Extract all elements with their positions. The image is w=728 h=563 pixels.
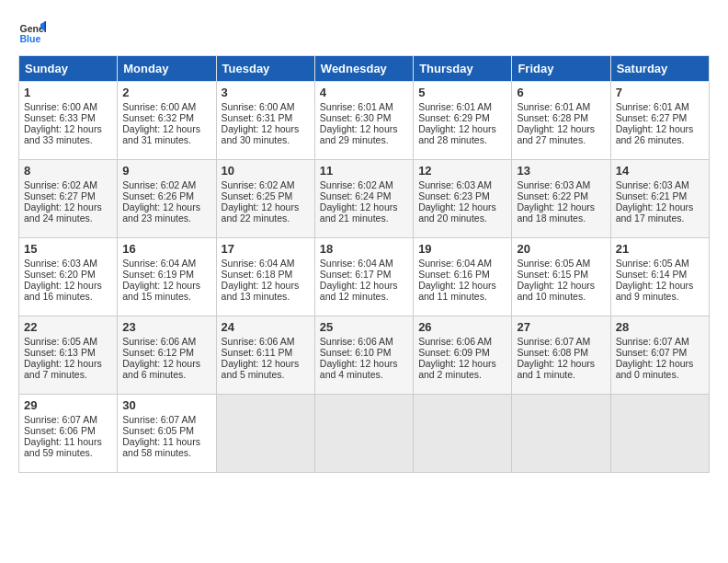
daylight-label: Daylight: 12 hours and 5 minutes. [222, 358, 300, 380]
sunrise: Sunrise: 6:02 AM [320, 179, 393, 190]
sunset: Sunset: 6:26 PM [122, 190, 194, 201]
sunrise: Sunrise: 6:06 AM [418, 336, 492, 347]
day-cell: 30Sunrise: 6:07 AMSunset: 6:05 PMDayligh… [118, 395, 216, 473]
day-cell: 16Sunrise: 6:04 AMSunset: 6:19 PMDayligh… [118, 238, 216, 316]
calendar-header-row: SundayMondayTuesdayWednesdayThursdayFrid… [19, 56, 710, 82]
sunset: Sunset: 6:25 PM [222, 190, 293, 201]
day-cell [512, 395, 610, 473]
day-cell: 15Sunrise: 6:03 AMSunset: 6:20 PMDayligh… [19, 238, 118, 316]
daylight-label: Daylight: 11 hours and 58 minutes. [122, 436, 200, 458]
day-number: 14 [616, 164, 704, 178]
sunset: Sunset: 6:27 PM [616, 112, 688, 123]
day-number: 26 [418, 320, 506, 334]
sunset: Sunset: 6:18 PM [222, 269, 293, 280]
col-header-tuesday: Tuesday [216, 56, 314, 82]
daylight-label: Daylight: 12 hours and 31 minutes. [122, 123, 200, 145]
page-header: General Blue [18, 18, 710, 46]
daylight-label: Daylight: 12 hours and 10 minutes. [517, 280, 595, 302]
day-cell: 7Sunrise: 6:01 AMSunset: 6:27 PMDaylight… [610, 82, 709, 160]
day-number: 16 [122, 242, 210, 256]
logo: General Blue [18, 18, 46, 46]
sunset: Sunset: 6:16 PM [418, 269, 490, 280]
sunset: Sunset: 6:12 PM [122, 347, 194, 358]
day-cell: 14Sunrise: 6:03 AMSunset: 6:21 PMDayligh… [610, 160, 709, 238]
day-cell [216, 395, 314, 473]
day-cell: 4Sunrise: 6:01 AMSunset: 6:30 PMDaylight… [314, 82, 413, 160]
sunrise: Sunrise: 6:00 AM [122, 101, 196, 112]
sunset: Sunset: 6:27 PM [24, 190, 96, 201]
sunset: Sunset: 6:28 PM [517, 112, 588, 123]
day-number: 7 [616, 86, 704, 99]
daylight-label: Daylight: 12 hours and 20 minutes. [418, 201, 496, 224]
day-number: 11 [320, 164, 408, 178]
day-cell: 1Sunrise: 6:00 AMSunset: 6:33 PMDaylight… [19, 82, 118, 160]
sunset: Sunset: 6:14 PM [616, 269, 688, 280]
daylight-label: Daylight: 12 hours and 7 minutes. [24, 358, 102, 380]
sunrise: Sunrise: 6:07 AM [24, 414, 97, 425]
sunrise: Sunrise: 6:07 AM [517, 336, 590, 347]
day-cell: 20Sunrise: 6:05 AMSunset: 6:15 PMDayligh… [512, 238, 610, 316]
sunrise: Sunrise: 6:00 AM [222, 101, 295, 112]
sunset: Sunset: 6:21 PM [616, 190, 688, 201]
week-row-3: 8Sunrise: 6:02 AMSunset: 6:27 PMDaylight… [19, 160, 710, 238]
day-number: 4 [320, 86, 408, 99]
sunset: Sunset: 6:22 PM [517, 190, 588, 201]
day-cell: 2Sunrise: 6:00 AMSunset: 6:32 PMDaylight… [118, 82, 216, 160]
day-number: 19 [418, 242, 506, 256]
sunset: Sunset: 6:11 PM [222, 347, 293, 358]
sunrise: Sunrise: 6:01 AM [616, 101, 689, 112]
daylight-label: Daylight: 12 hours and 1 minute. [517, 358, 595, 380]
sunset: Sunset: 6:31 PM [222, 112, 293, 123]
day-cell: 25Sunrise: 6:06 AMSunset: 6:10 PMDayligh… [314, 316, 413, 395]
daylight-label: Daylight: 12 hours and 18 minutes. [517, 201, 595, 224]
sunset: Sunset: 6:05 PM [122, 425, 194, 436]
day-cell: 8Sunrise: 6:02 AMSunset: 6:27 PMDaylight… [19, 160, 118, 238]
day-number: 25 [320, 320, 408, 334]
day-cell [314, 395, 413, 473]
day-number: 18 [320, 242, 408, 256]
sunrise: Sunrise: 6:03 AM [24, 258, 97, 269]
daylight-label: Daylight: 12 hours and 17 minutes. [616, 201, 694, 224]
week-row-2: 1Sunrise: 6:00 AMSunset: 6:33 PMDaylight… [19, 82, 710, 160]
day-cell [610, 395, 709, 473]
sunrise: Sunrise: 6:06 AM [320, 336, 393, 347]
sunrise: Sunrise: 6:01 AM [517, 101, 590, 112]
daylight-label: Daylight: 12 hours and 15 minutes. [122, 280, 200, 302]
day-number: 10 [222, 164, 310, 178]
sunrise: Sunrise: 6:02 AM [122, 179, 196, 190]
daylight-label: Daylight: 12 hours and 12 minutes. [320, 280, 398, 302]
sunrise: Sunrise: 6:05 AM [24, 336, 97, 347]
daylight-label: Daylight: 12 hours and 26 minutes. [616, 123, 694, 145]
sunrise: Sunrise: 6:07 AM [616, 336, 689, 347]
day-cell: 12Sunrise: 6:03 AMSunset: 6:23 PMDayligh… [414, 160, 512, 238]
sunrise: Sunrise: 6:02 AM [222, 179, 295, 190]
day-number: 24 [222, 320, 310, 334]
day-cell: 6Sunrise: 6:01 AMSunset: 6:28 PMDaylight… [512, 82, 610, 160]
sunset: Sunset: 6:30 PM [320, 112, 392, 123]
daylight-label: Daylight: 12 hours and 4 minutes. [320, 358, 398, 380]
daylight-label: Daylight: 12 hours and 24 minutes. [24, 201, 102, 224]
logo-icon: General Blue [18, 18, 46, 46]
sunset: Sunset: 6:19 PM [122, 269, 194, 280]
sunrise: Sunrise: 6:01 AM [418, 101, 492, 112]
daylight-label: Daylight: 12 hours and 6 minutes. [122, 358, 200, 380]
col-header-thursday: Thursday [414, 56, 512, 82]
sunrise: Sunrise: 6:03 AM [418, 179, 492, 190]
day-cell: 29Sunrise: 6:07 AMSunset: 6:06 PMDayligh… [19, 395, 118, 473]
col-header-wednesday: Wednesday [314, 56, 413, 82]
sunrise: Sunrise: 6:06 AM [122, 336, 196, 347]
day-number: 27 [517, 320, 605, 334]
sunrise: Sunrise: 6:06 AM [222, 336, 295, 347]
svg-marker-3 [45, 21, 47, 31]
week-row-6: 29Sunrise: 6:07 AMSunset: 6:06 PMDayligh… [19, 395, 710, 473]
day-cell: 9Sunrise: 6:02 AMSunset: 6:26 PMDaylight… [118, 160, 216, 238]
day-number: 17 [222, 242, 310, 256]
day-number: 30 [122, 398, 210, 412]
sunrise: Sunrise: 6:05 AM [517, 258, 590, 269]
sunset: Sunset: 6:13 PM [24, 347, 96, 358]
sunset: Sunset: 6:06 PM [24, 425, 96, 436]
sunset: Sunset: 6:08 PM [517, 347, 588, 358]
day-number: 15 [24, 242, 112, 256]
svg-text:Blue: Blue [20, 33, 41, 44]
sunset: Sunset: 6:20 PM [24, 269, 96, 280]
